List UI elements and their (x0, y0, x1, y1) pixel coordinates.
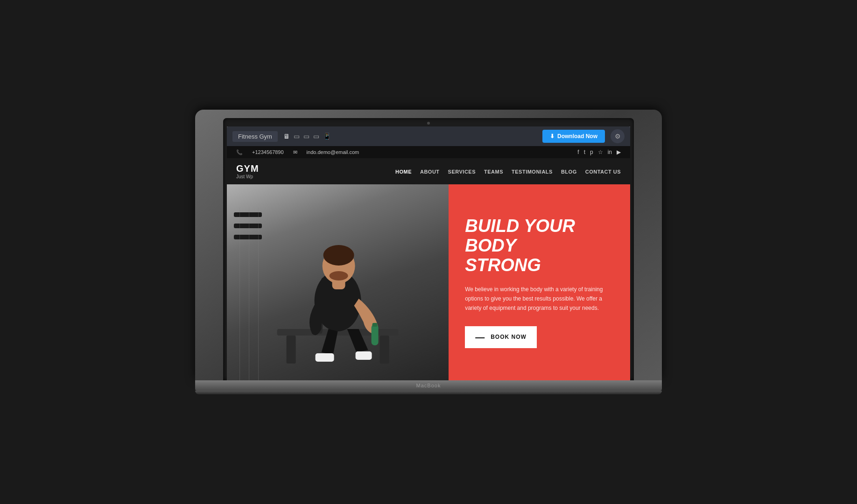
twitter-icon[interactable]: t (584, 149, 585, 155)
nav-links-list: HOME ABOUT SERVICES TEAMS TESTIMONIALS B… (395, 167, 621, 175)
book-now-button[interactable]: — BOOK NOW (465, 326, 537, 348)
nav-item-testimonials[interactable]: TESTIMONIALS (512, 167, 553, 175)
laptop-base (195, 380, 662, 391)
facebook-icon[interactable]: f (577, 149, 579, 155)
monitor-icon[interactable]: ▭ (294, 133, 300, 140)
hero-description: We believe in working the body with a va… (465, 285, 614, 313)
contact-bar: 📞 +1234567890 ✉ indo.demo@email.com f t … (227, 146, 630, 158)
download-label: Download Now (557, 133, 597, 140)
site-logo: GYM Just Wp (236, 163, 259, 179)
editor-bar: Fitness Gym 🖥 ▭ ▭ ▭ 📱 ⬇ Download Now ⚙ (227, 126, 630, 146)
nav-link-home[interactable]: HOME (395, 169, 412, 175)
template-name-label: Fitness Gym (232, 131, 278, 142)
navigation-bar: GYM Just Wp HOME ABOUT SERVICES TEAMS TE… (227, 158, 630, 184)
mobile-icon[interactable]: 📱 (323, 133, 331, 140)
phone-icon: 📞 (236, 149, 243, 155)
download-icon: ⬇ (550, 133, 555, 140)
laptop-lid: Fitness Gym 🖥 ▭ ▭ ▭ 📱 ⬇ Download Now ⚙ (195, 110, 662, 380)
main-nav: HOME ABOUT SERVICES TEAMS TESTIMONIALS B… (395, 167, 621, 175)
nav-item-contact[interactable]: CONTACT US (585, 167, 621, 175)
logo-name: GYM (236, 163, 259, 174)
nav-link-teams[interactable]: TEAMS (484, 169, 503, 175)
svg-rect-5 (372, 324, 379, 345)
svg-point-10 (330, 271, 348, 280)
email-address: indo.demo@email.com (307, 149, 359, 155)
settings-button[interactable]: ⚙ (611, 129, 625, 143)
athlete-silhouette (227, 184, 449, 380)
nav-item-home[interactable]: HOME (395, 167, 412, 175)
nav-link-contact[interactable]: CONTACT US (585, 169, 621, 175)
svg-rect-12 (356, 351, 372, 360)
linkedin-icon[interactable]: in (608, 149, 612, 155)
nav-item-blog[interactable]: BLOG (561, 167, 577, 175)
hero-image (227, 184, 449, 380)
download-button[interactable]: ⬇ Download Now (542, 130, 605, 143)
svg-rect-1 (287, 336, 296, 364)
nav-link-testimonials[interactable]: TESTIMONIALS (512, 169, 553, 175)
svg-rect-6 (372, 323, 378, 327)
nav-item-services[interactable]: SERVICES (448, 167, 476, 175)
nav-item-teams[interactable]: TEAMS (484, 167, 503, 175)
phone-number: +1234567890 (252, 149, 284, 155)
camera-dot (427, 122, 430, 125)
svg-rect-2 (380, 336, 389, 364)
pinterest-icon[interactable]: p (590, 149, 593, 155)
laptop-foot (195, 391, 662, 394)
hero-headline-line2: STRONG (465, 255, 541, 275)
nav-link-blog[interactable]: BLOG (561, 169, 577, 175)
hero-headline-line1: BUILD YOUR BODY (465, 216, 575, 255)
social-icons: f t p ☆ in ▶ (577, 149, 621, 155)
settings-icon: ⚙ (615, 133, 621, 140)
hero-headline: BUILD YOUR BODY STRONG (465, 217, 614, 275)
nav-link-services[interactable]: SERVICES (448, 169, 476, 175)
hero-section: BUILD YOUR BODY STRONG We believe in wor… (227, 184, 630, 380)
book-btn-label: BOOK NOW (491, 334, 527, 340)
svg-point-9 (323, 245, 354, 266)
nav-link-about[interactable]: ABOUT (420, 169, 440, 175)
hero-text-panel: BUILD YOUR BODY STRONG We believe in wor… (449, 184, 630, 380)
arrow-icon: — (475, 332, 485, 343)
desktop-icon[interactable]: 🖥 (283, 133, 290, 140)
email-icon: ✉ (293, 149, 297, 155)
laptop-mockup: Fitness Gym 🖥 ▭ ▭ ▭ 📱 ⬇ Download Now ⚙ (195, 110, 662, 394)
svg-rect-11 (316, 353, 334, 362)
tablet-small-icon[interactable]: ▭ (313, 133, 319, 140)
device-icons: 🖥 ▭ ▭ ▭ 📱 (283, 133, 331, 140)
gym-background (227, 184, 449, 380)
youtube-icon[interactable]: ▶ (617, 149, 621, 155)
instagram-icon[interactable]: ☆ (598, 149, 603, 155)
tablet-icon[interactable]: ▭ (303, 133, 309, 140)
screen-content: Fitness Gym 🖥 ▭ ▭ ▭ 📱 ⬇ Download Now ⚙ (227, 126, 630, 380)
logo-subtitle: Just Wp (236, 174, 259, 179)
screen-bezel: Fitness Gym 🖥 ▭ ▭ ▭ 📱 ⬇ Download Now ⚙ (223, 118, 634, 380)
nav-item-about[interactable]: ABOUT (420, 167, 440, 175)
